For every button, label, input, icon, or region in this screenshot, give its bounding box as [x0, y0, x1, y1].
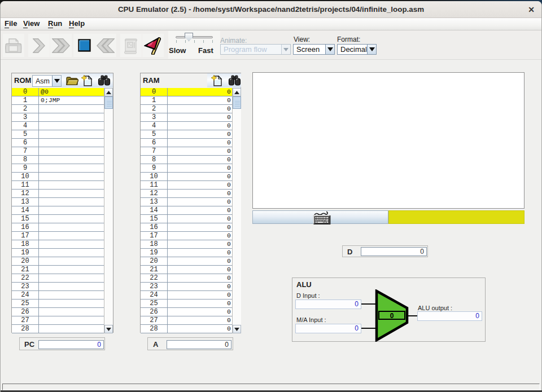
svg-text:0: 0 — [390, 312, 394, 320]
